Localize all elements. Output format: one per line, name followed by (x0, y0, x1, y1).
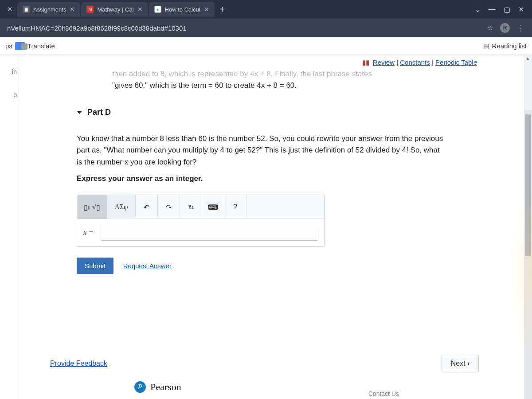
part-label: Part D (87, 108, 111, 117)
keyboard-button[interactable]: ⌨ (202, 195, 224, 219)
list-icon: ▤ (483, 42, 489, 50)
close-window-icon[interactable]: ✕ (518, 5, 524, 14)
answer-box: ▯▯√▯ ΑΣφ ↶ ↷ ↻ ⌨ ? x = (77, 195, 325, 247)
tab-title: Assignments (33, 6, 66, 13)
equation-text: "gives 60," which is the term = 60 to cr… (112, 80, 479, 91)
chevron-right-icon: › (467, 360, 469, 367)
profile-badge[interactable]: R (500, 23, 510, 33)
bottom-actions: Provide Feedback Next› (50, 355, 479, 372)
scroll-up-icon[interactable]: ▲ (525, 56, 530, 61)
help-button[interactable]: ? (224, 195, 246, 219)
translate-icon (15, 42, 25, 50)
answer-input[interactable] (101, 225, 318, 241)
undo-button[interactable]: ↶ (136, 195, 158, 219)
bookmarks-bar: ps Translate ▤ Reading list (0, 37, 532, 55)
pearson-logo-icon: P (134, 381, 146, 393)
browser-tab-strip: ✕ 📋 Assignments ✕ M Mathway | Cal ✕ ● Ho… (0, 0, 532, 19)
equation-toolbar: ▯▯√▯ ΑΣφ ↶ ↷ ↻ ⌨ ? (77, 195, 325, 219)
pearson-label: Pearson (150, 381, 181, 393)
periodic-table-link[interactable]: Periodic Table (435, 59, 477, 66)
nav-item[interactable]: o (13, 91, 17, 98)
flag-icon: ▮▮ (362, 59, 369, 66)
star-icon[interactable]: ☆ (487, 24, 493, 32)
problem-statement: You know that a number 8 less than 60 is… (77, 133, 445, 168)
reset-button[interactable]: ↻ (180, 195, 202, 219)
url-text: nVellumHMAC=20ff8692a9b8f8628f99c8c00d38… (7, 24, 487, 32)
maximize-icon[interactable]: ▢ (504, 5, 510, 14)
sqrt-icon: √ (92, 203, 96, 211)
submit-button[interactable]: Submit (77, 258, 113, 274)
review-link[interactable]: Review (373, 59, 395, 66)
redo-button[interactable]: ↷ (158, 195, 180, 219)
bookmark-prefix: ps (5, 42, 12, 50)
minimize-icon[interactable]: — (489, 5, 496, 13)
assignment-frame: ▮▮ Review | Constants | Periodic Table t… (19, 55, 532, 399)
next-label: Next (451, 360, 466, 367)
close-icon[interactable]: ✕ (4, 5, 16, 13)
new-tab-button[interactable]: + (215, 4, 230, 15)
request-answer-link[interactable]: Request Answer (123, 262, 172, 270)
tab-title: How to Calcul (165, 6, 200, 13)
nav-item[interactable]: in (12, 68, 17, 75)
address-bar[interactable]: nVellumHMAC=20ff8692a9b8f8628f99c8c00d38… (0, 19, 532, 37)
part-header[interactable]: Part D (77, 108, 523, 117)
reading-list-button[interactable]: ▤ Reading list (483, 42, 527, 50)
translate-bookmark[interactable]: Translate (27, 42, 55, 50)
scrollbar-thumb[interactable] (525, 114, 531, 256)
menu-icon[interactable]: ⋮ (517, 23, 525, 33)
tab-calculator[interactable]: ● How to Calcul ✕ (149, 2, 215, 17)
caret-down-icon (77, 111, 82, 114)
reading-list-label: Reading list (492, 42, 527, 50)
answer-prefix: x = (83, 228, 94, 237)
tab-favicon: ● (154, 6, 161, 13)
top-links: ▮▮ Review | Constants | Periodic Table (50, 57, 523, 68)
constants-link[interactable]: Constants (400, 59, 430, 66)
close-icon[interactable]: ✕ (204, 6, 209, 13)
left-nav: in o (0, 55, 19, 399)
previous-explanation: then added to 8, which is represented by… (112, 68, 479, 91)
page-content: in o ▮▮ Review | Constants | Periodic Ta… (0, 55, 532, 399)
next-button[interactable]: Next› (442, 355, 479, 372)
tab-title: Mathway | Cal (97, 6, 133, 13)
contact-us-link[interactable]: Contact Us (368, 390, 399, 397)
provide-feedback-link[interactable]: Provide Feedback (50, 360, 107, 368)
tab-mathway[interactable]: M Mathway | Cal ✕ (81, 2, 148, 17)
faded-text: then added to 8, which is represented by… (112, 68, 479, 80)
tab-favicon: 📋 (23, 6, 30, 13)
pearson-brand: P Pearson (134, 381, 181, 393)
outer-scrollbar[interactable] (524, 110, 532, 399)
answer-instruction: Express your answer as an integer. (77, 174, 523, 183)
tab-assignments[interactable]: 📋 Assignments ✕ (17, 2, 80, 17)
close-icon[interactable]: ✕ (137, 6, 143, 13)
window-controls: ⌄ — ▢ ✕ (475, 5, 528, 14)
part-section: Part D You know that a number 8 less tha… (77, 108, 523, 274)
template-button[interactable]: ▯▯√▯ (77, 195, 107, 219)
greek-letters-button[interactable]: ΑΣφ (107, 195, 136, 219)
chevron-down-icon[interactable]: ⌄ (475, 5, 481, 14)
tab-favicon: M (86, 6, 94, 13)
close-icon[interactable]: ✕ (70, 6, 75, 13)
